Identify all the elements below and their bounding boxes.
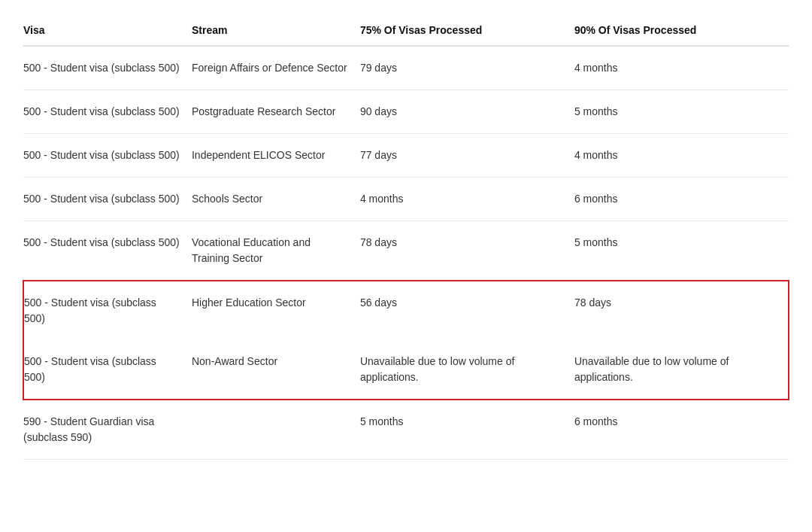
table-row: 590 - Student Guardian visa (subclass 59… — [23, 400, 789, 460]
cell-p90: 5 months — [574, 221, 789, 281]
visa-processing-table: Visa Stream 75% Of Visas Processed 90% O… — [23, 15, 789, 460]
cell-visa: 500 - Student visa (subclass 500) — [23, 178, 192, 221]
cell-visa: 500 - Student visa (subclass 500) — [23, 90, 192, 134]
cell-stream — [192, 400, 360, 460]
cell-stream: Foreign Affairs or Defence Sector — [192, 46, 360, 90]
cell-stream: Non-Award Sector — [192, 340, 360, 400]
cell-p75: 79 days — [360, 46, 574, 90]
table-row: 500 - Student visa (subclass 500)Schools… — [23, 178, 789, 221]
cell-p90: 4 months — [574, 46, 789, 90]
header-stream: Stream — [192, 15, 360, 46]
table-row: 500 - Student visa (subclass 500)Indepen… — [23, 134, 789, 178]
cell-p90: 5 months — [574, 90, 789, 134]
table-row: 500 - Student visa (subclass 500)Postgra… — [23, 90, 789, 134]
cell-visa: 590 - Student Guardian visa (subclass 59… — [23, 400, 192, 460]
table-row: 500 - Student visa (subclass 500)Non-Awa… — [23, 340, 789, 400]
cell-stream: Schools Sector — [192, 178, 360, 221]
cell-p75: Unavailable due to low volume of applica… — [360, 340, 574, 400]
cell-visa: 500 - Student visa (subclass 500) — [23, 281, 192, 340]
cell-p90: 6 months — [574, 178, 789, 221]
cell-p75: 56 days — [360, 281, 574, 340]
table-row: 500 - Student visa (subclass 500)Foreign… — [23, 46, 789, 90]
header-visa: Visa — [23, 15, 192, 46]
cell-p75: 78 days — [360, 221, 574, 281]
cell-stream: Vocational Education and Training Sector — [192, 221, 360, 281]
cell-visa: 500 - Student visa (subclass 500) — [23, 221, 192, 281]
cell-p90: 4 months — [574, 134, 789, 178]
table-row: 500 - Student visa (subclass 500)Higher … — [23, 281, 789, 340]
cell-p90: 6 months — [574, 400, 789, 460]
cell-p75: 77 days — [360, 134, 574, 178]
cell-p90: Unavailable due to low volume of applica… — [574, 340, 789, 400]
cell-visa: 500 - Student visa (subclass 500) — [23, 46, 192, 90]
cell-stream: Postgraduate Research Sector — [192, 90, 360, 134]
header-p75: 75% Of Visas Processed — [360, 15, 574, 46]
cell-stream: Higher Education Sector — [192, 281, 360, 340]
cell-p75: 90 days — [360, 90, 574, 134]
cell-stream: Independent ELICOS Sector — [192, 134, 360, 178]
cell-p90: 78 days — [574, 281, 789, 340]
table-row: 500 - Student visa (subclass 500)Vocatio… — [23, 221, 789, 281]
cell-p75: 5 months — [360, 400, 574, 460]
cell-visa: 500 - Student visa (subclass 500) — [23, 340, 192, 400]
cell-visa: 500 - Student visa (subclass 500) — [23, 134, 192, 178]
cell-p75: 4 months — [360, 178, 574, 221]
header-p90: 90% Of Visas Processed — [574, 15, 789, 46]
